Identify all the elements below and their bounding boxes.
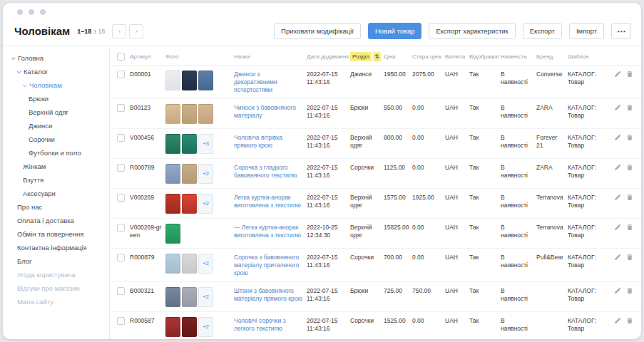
sidebar-item[interactable]: Каталог	[3, 65, 109, 78]
column-header[interactable]: Розділ⇅	[349, 52, 382, 61]
product-name-link[interactable]: Сорочка з бавовняного матеріалу притален…	[234, 254, 303, 277]
date-line: 2022-07-15	[307, 287, 347, 295]
product-name-link[interactable]: — Легка куртка-анорак виготовлена з текс…	[234, 224, 303, 239]
sidebar-item[interactable]: Відгуки про магазин	[3, 281, 109, 295]
pagination: 1–18 з 18	[77, 28, 105, 35]
sidebar-item[interactable]: Верхній одяг	[3, 105, 109, 119]
row-checkbox[interactable]	[117, 254, 125, 261]
sidebar-item[interactable]: Головна	[3, 51, 109, 65]
more-photos-badge[interactable]: +2	[198, 194, 213, 214]
product-name-link[interactable]: Чоловічі сорочки з легкого текстилю	[234, 317, 303, 333]
row-checkbox[interactable]	[117, 224, 125, 232]
column-header[interactable]: Шаблон	[566, 53, 609, 60]
column-header[interactable]: Валюта	[444, 53, 468, 60]
more-photos-badge[interactable]: +2	[198, 164, 213, 184]
product-name-link[interactable]: Чоловіча вітрівка прямого крою	[234, 134, 303, 150]
page-title: Чоловікам	[14, 25, 70, 37]
row-checkbox[interactable]	[117, 317, 125, 325]
more-actions-button[interactable]: ⋯	[611, 23, 631, 39]
delete-icon[interactable]	[626, 71, 633, 78]
cell-currency: UAH	[444, 134, 468, 142]
edit-icon[interactable]	[614, 287, 621, 294]
time-line: 11:43:16	[307, 78, 347, 86]
more-photos-badge[interactable]: +2	[198, 254, 213, 274]
sorted-column-label[interactable]: Розділ	[350, 52, 372, 61]
sidebar-item[interactable]: Мапа сайту	[3, 295, 109, 309]
sidebar-item[interactable]: Сорочки	[3, 133, 109, 146]
cell-photos: +2	[165, 317, 230, 337]
more-photos-badge[interactable]: +2	[198, 287, 213, 307]
row-checkbox[interactable]	[117, 164, 125, 172]
new-product-button[interactable]: Новий товар	[368, 23, 421, 39]
delete-icon[interactable]	[626, 224, 633, 231]
delete-icon[interactable]	[626, 164, 633, 171]
delete-icon[interactable]	[626, 134, 633, 141]
sidebar-item[interactable]: Аксесуари	[3, 187, 109, 200]
sidebar-item[interactable]: Контактна інформація	[3, 241, 109, 254]
column-header[interactable]: Назва	[232, 53, 305, 60]
product-name-link[interactable]: Штани з бавовняного матеріалу прямого кр…	[234, 287, 303, 303]
cell-old-price: 0.00	[411, 224, 444, 232]
hide-modifications-button[interactable]: Приховати модифікації	[274, 23, 361, 39]
prev-page-button[interactable]: ‹	[112, 24, 126, 38]
chevron-down-icon	[23, 83, 27, 87]
row-checkbox[interactable]	[117, 134, 125, 142]
edit-icon[interactable]	[614, 164, 621, 171]
export-characteristics-button[interactable]: Експорт характеристик	[429, 23, 515, 39]
sidebar-item[interactable]: Взуття	[3, 173, 109, 187]
sidebar-item-label: Оплата і доставка	[17, 217, 74, 224]
cell-section: Верхній одяг	[349, 194, 382, 209]
delete-icon[interactable]	[626, 104, 633, 111]
sidebar-item[interactable]: Обмін та повернення	[3, 227, 109, 241]
sidebar-item[interactable]: Про нас	[3, 200, 109, 214]
select-all-checkbox[interactable]	[117, 53, 125, 61]
cell-availability: В наявності	[499, 254, 535, 269]
row-checkbox[interactable]	[117, 287, 125, 295]
column-header[interactable]: Дата додавання	[305, 53, 349, 60]
edit-icon[interactable]	[614, 224, 621, 231]
sidebar-item[interactable]: Жінкам	[3, 160, 109, 173]
export-button[interactable]: Експорт	[523, 23, 562, 39]
column-header[interactable]: Наявність	[499, 53, 535, 60]
product-name-link[interactable]: Легка куртка-анорак виготовлена з тексти…	[234, 194, 303, 209]
edit-icon[interactable]	[614, 71, 621, 78]
column-header[interactable]: Артикул	[128, 53, 164, 60]
edit-icon[interactable]	[614, 317, 621, 324]
column-header[interactable]: Бренд	[535, 53, 566, 60]
sidebar-item[interactable]: Брюки	[3, 92, 109, 105]
window-control-dot[interactable]	[17, 9, 23, 15]
window-control-dot[interactable]	[29, 9, 34, 15]
more-photos-badge[interactable]: +2	[198, 317, 213, 337]
edit-icon[interactable]	[614, 194, 621, 201]
delete-icon[interactable]	[626, 317, 633, 324]
row-checkbox[interactable]	[117, 194, 125, 202]
more-photos-badge[interactable]: +3	[198, 134, 213, 154]
delete-icon[interactable]	[626, 287, 633, 294]
import-button[interactable]: Імпорт	[569, 23, 604, 39]
column-header[interactable]: Стара ціна	[411, 53, 444, 60]
delete-icon[interactable]	[626, 194, 633, 201]
row-checkbox[interactable]	[117, 104, 125, 112]
column-header[interactable]: Фото	[164, 53, 232, 60]
column-header[interactable]: Ціна	[382, 53, 411, 60]
sidebar-item[interactable]: Оплата і доставка	[3, 214, 109, 227]
sidebar-item[interactable]: Джинси	[3, 119, 109, 133]
product-name-link[interactable]: Чиноси з бавовняного матеріалу	[234, 104, 303, 120]
window-control-dot[interactable]	[40, 9, 46, 15]
cell-price: 550.00	[382, 104, 411, 112]
row-actions	[609, 104, 640, 111]
product-name-link[interactable]: Сорочка з гладкого бавовняного текстилю	[234, 164, 303, 180]
edit-icon[interactable]	[614, 104, 621, 111]
edit-icon[interactable]	[614, 134, 621, 141]
sort-icon[interactable]: ⇅	[373, 52, 381, 61]
sidebar-item[interactable]: Блог	[3, 254, 109, 268]
product-name-link[interactable]: Джинси з декоративними потертостями	[234, 71, 303, 94]
edit-icon[interactable]	[614, 254, 621, 261]
sidebar-item[interactable]: Футболки и поло	[3, 146, 109, 160]
sidebar-item[interactable]: Угода користувача	[3, 268, 109, 281]
delete-icon[interactable]	[626, 254, 633, 261]
column-header[interactable]: Відображати	[468, 53, 499, 60]
row-checkbox[interactable]	[117, 71, 125, 78]
next-page-button[interactable]: ›	[129, 24, 143, 38]
sidebar-item[interactable]: Чоловікам	[3, 78, 109, 92]
